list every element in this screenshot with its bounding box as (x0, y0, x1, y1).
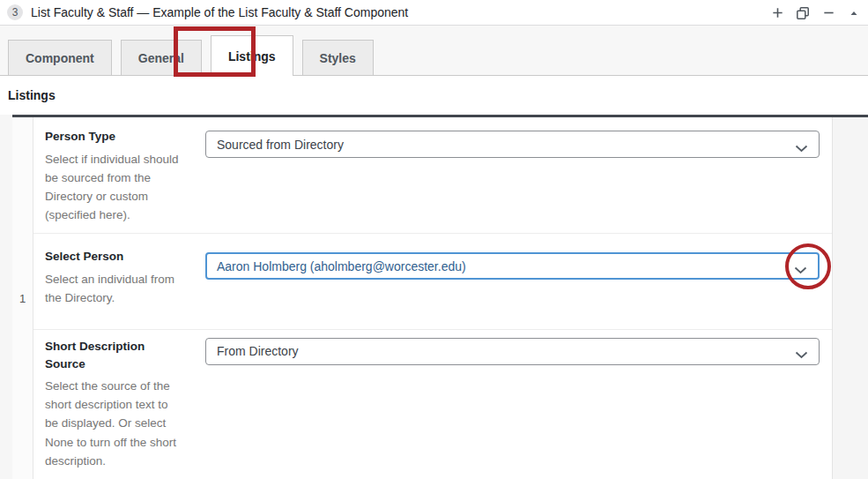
layout-order-badge[interactable]: 3 (7, 4, 23, 20)
field-label: Person Type (45, 128, 182, 146)
field-row-select-person: Select Person Select an individual from … (33, 234, 832, 330)
layout-title: List Faculty & Staff — Example of the Li… (31, 5, 408, 19)
section-heading: Listings (0, 76, 868, 115)
field-row-short-description-source: Short Description Source Select the sour… (33, 330, 832, 479)
short-description-source-select[interactable]: From Directory (205, 338, 820, 365)
select-person-select[interactable]: Aaron Holmberg (aholmberg@worcester.edu) (205, 252, 820, 280)
person-type-select[interactable]: Sourced from Directory (205, 131, 820, 158)
field-label: Select Person (45, 248, 182, 266)
chevron-down-icon (795, 141, 808, 155)
tab-bar: Component General Listings Styles (0, 26, 868, 76)
field-description: Select if individual should be sourced f… (45, 150, 182, 225)
selected-value: From Directory (217, 344, 299, 358)
duplicate-icon (796, 6, 810, 20)
remove-layout-button[interactable] (821, 6, 835, 20)
field-label-cell: Person Type Select if individual should … (33, 117, 196, 233)
layout-controls (770, 0, 861, 26)
chevron-down-icon (794, 263, 807, 277)
tab-styles[interactable]: Styles (302, 40, 374, 76)
page-gutter-left (0, 115, 12, 479)
flexible-content-layout: 3 List Faculty & Staff — Example of the … (0, 0, 868, 479)
layout-header: 3 List Faculty & Staff — Example of the … (0, 0, 868, 26)
field-description: Select the source of the short descripti… (45, 377, 182, 470)
fields-column: Person Type Select if individual should … (33, 117, 832, 479)
selected-value: Sourced from Directory (217, 138, 344, 152)
row-handle[interactable]: 1 (12, 117, 33, 479)
field-row-person-type: Person Type Select if individual should … (33, 117, 832, 234)
field-description: Select an individual from the Directory. (45, 270, 182, 307)
tab-listings[interactable]: Listings (211, 35, 293, 76)
repeater-table: 1 Person Type Select if individual shoul… (12, 115, 868, 479)
collapse-layout-button[interactable] (847, 6, 861, 20)
page-gutter-right (832, 117, 868, 479)
tab-general[interactable]: General (121, 40, 202, 76)
selected-value: Aaron Holmberg (aholmberg@worcester.edu) (217, 259, 466, 273)
minus-icon (822, 6, 835, 19)
field-input-cell: Sourced from Directory (196, 117, 832, 233)
duplicate-layout-button[interactable] (796, 6, 810, 20)
chevron-down-icon (795, 348, 808, 362)
field-label: Short Description Source (45, 338, 182, 372)
tab-component[interactable]: Component (8, 40, 112, 76)
plus-icon (771, 6, 784, 19)
field-label-cell: Short Description Source Select the sour… (33, 330, 196, 479)
field-input-cell: Aaron Holmberg (aholmberg@worcester.edu) (196, 234, 832, 329)
add-layout-button[interactable] (770, 6, 784, 20)
row-number: 1 (19, 292, 26, 305)
caret-up-icon (849, 9, 858, 18)
field-input-cell: From Directory (196, 330, 832, 479)
field-label-cell: Select Person Select an individual from … (33, 234, 196, 329)
